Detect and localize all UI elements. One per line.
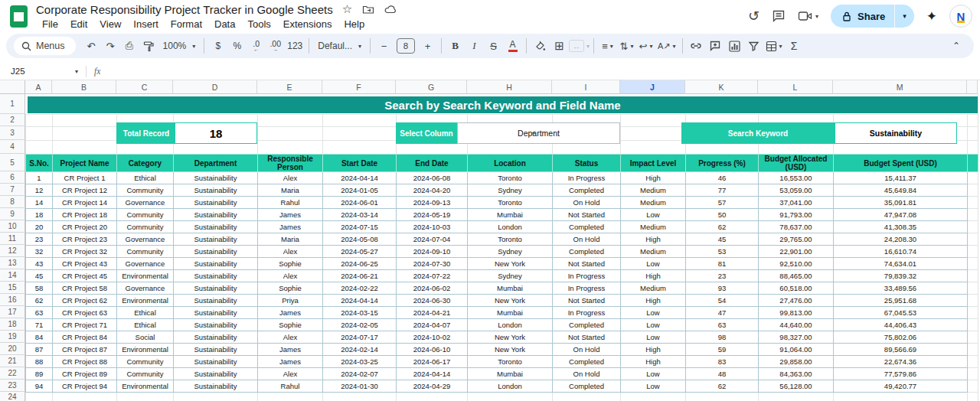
table-cell[interactable]: 92,510.00 xyxy=(759,258,834,270)
col-budget-allocated-usd[interactable]: Budget Allocated (USD) xyxy=(759,155,834,172)
table-cell[interactable]: Mumbai xyxy=(468,368,553,380)
meet-video-button[interactable]: ▾ xyxy=(798,10,818,22)
row-header-16[interactable]: 16 xyxy=(0,294,25,306)
insert-comment-button[interactable] xyxy=(706,37,725,55)
menu-help[interactable]: Help xyxy=(338,18,371,31)
insert-link-button[interactable] xyxy=(687,37,706,55)
table-cell[interactable]: 2024-10-03 xyxy=(397,221,468,233)
table-cell[interactable]: High xyxy=(621,172,686,184)
table-cell[interactable]: CR Project 89 xyxy=(53,368,117,380)
table-cell[interactable]: 2024-03-15 xyxy=(323,307,397,319)
table-cell[interactable]: 88,465.00 xyxy=(759,270,834,282)
table-cell[interactable]: 2024-04-20 xyxy=(397,184,468,197)
table-cell[interactable]: 57 xyxy=(686,197,759,209)
search-keyword-label[interactable]: Search Keyword xyxy=(681,122,835,144)
table-cell[interactable]: 16,610.74 xyxy=(834,246,968,258)
row-header-13[interactable]: 13 xyxy=(0,257,25,269)
table-cell[interactable]: Rahul xyxy=(258,197,323,209)
total-record-label[interactable]: Total Record xyxy=(117,123,175,143)
table-cell[interactable]: CR Project 18 xyxy=(53,209,117,221)
functions-button[interactable]: Σ xyxy=(785,37,804,55)
table-cell[interactable]: High xyxy=(621,356,686,368)
table-cell[interactable]: 2024-04-14 xyxy=(397,368,468,380)
table-cell[interactable]: New York xyxy=(468,295,553,307)
sheets-logo-icon[interactable] xyxy=(10,5,28,28)
text-wrap-button[interactable]: ↩▾ xyxy=(636,37,655,55)
table-cell[interactable]: 22,901.00 xyxy=(759,246,834,258)
table-cell-empty[interactable] xyxy=(968,197,978,209)
table-cell[interactable]: CR Project 43 xyxy=(53,258,117,270)
table-cell[interactable]: 84 xyxy=(26,331,53,344)
table-cell[interactable]: CR Project 87 xyxy=(53,344,117,356)
table-cell[interactable]: 77,579.86 xyxy=(834,368,968,380)
cloud-saved-icon[interactable] xyxy=(384,3,397,15)
table-cell[interactable]: 84,363.00 xyxy=(759,368,834,380)
table-cell[interactable]: 35,091.81 xyxy=(834,197,968,209)
table-cell[interactable]: 2024-05-27 xyxy=(323,246,397,258)
table-cell[interactable]: Alex xyxy=(258,331,323,344)
row-header-20[interactable]: 20 xyxy=(0,343,25,355)
print-button[interactable]: ⎙ xyxy=(120,37,139,55)
menu-data[interactable]: Data xyxy=(208,18,241,31)
col-s-no[interactable]: S.No. xyxy=(26,155,53,172)
table-cell[interactable]: On Hold xyxy=(553,197,621,209)
table-cell[interactable]: 91,064.00 xyxy=(759,344,834,356)
table-cell[interactable]: Sustainability xyxy=(174,380,258,393)
row-header-7[interactable]: 7 xyxy=(0,184,25,196)
table-cell-empty[interactable] xyxy=(968,282,978,295)
table-cell[interactable]: Completed xyxy=(553,221,621,233)
table-cell[interactable]: Rahul xyxy=(258,380,323,393)
table-cell[interactable]: Sustainability xyxy=(174,368,258,380)
italic-button[interactable]: I xyxy=(465,37,484,55)
table-cell[interactable]: CR Project 45 xyxy=(53,270,117,282)
table-cell[interactable]: Medium xyxy=(621,246,686,258)
table-cell[interactable]: 99,813.00 xyxy=(759,307,834,319)
table-cell[interactable]: Medium xyxy=(621,197,686,209)
table-cell[interactable]: Sustainability xyxy=(174,295,258,307)
table-cell[interactable]: 45 xyxy=(686,233,759,246)
table-cell[interactable]: 2024-02-22 xyxy=(323,282,397,295)
table-cell[interactable]: Completed xyxy=(553,246,621,258)
redo-button[interactable]: ↷ xyxy=(101,37,120,55)
table-cell[interactable]: Low xyxy=(621,209,686,221)
table-cell[interactable]: 56,128.00 xyxy=(759,380,834,393)
table-cell[interactable]: 44,406.43 xyxy=(834,319,968,331)
table-cell[interactable]: 2024-07-15 xyxy=(323,221,397,233)
banner-cell[interactable]: Search by Search Keyword and Field Name xyxy=(28,96,978,113)
table-cell[interactable]: 2024-04-29 xyxy=(397,380,468,393)
row-header-5[interactable]: 5 xyxy=(0,154,25,171)
table-cell[interactable]: 24,208.30 xyxy=(834,233,968,246)
table-cell[interactable]: CR Project 20 xyxy=(53,221,117,233)
table-cell[interactable]: 2024-09-10 xyxy=(397,246,468,258)
table-cell-empty[interactable] xyxy=(968,344,978,356)
table-cell[interactable]: 81 xyxy=(686,258,759,270)
row-header-8[interactable]: 8 xyxy=(0,196,25,208)
table-cell[interactable]: Environmental xyxy=(117,295,174,307)
table-cell[interactable]: Mumbai xyxy=(468,307,553,319)
table-cell[interactable]: 91,793.00 xyxy=(759,209,834,221)
table-cell[interactable]: James xyxy=(258,344,323,356)
col-impact-level[interactable]: Impact Level xyxy=(621,155,686,172)
table-cell[interactable]: High xyxy=(621,344,686,356)
table-cell[interactable]: New York xyxy=(468,258,553,270)
table-cell[interactable]: CR Project 63 xyxy=(53,307,117,319)
table-cell[interactable]: 71 xyxy=(26,319,53,331)
zoom-control[interactable]: 100%▾ xyxy=(158,41,201,51)
name-box[interactable]: J25▾ xyxy=(11,67,78,76)
table-cell[interactable]: 16,553.00 xyxy=(759,172,834,184)
table-cell[interactable]: Sustainability xyxy=(174,258,258,270)
col-responsible-person[interactable]: Responsible Person xyxy=(258,155,323,172)
table-cell[interactable]: Sydney xyxy=(468,184,553,197)
table-cell[interactable]: 53,059.00 xyxy=(759,184,834,197)
menu-extensions[interactable]: Extensions xyxy=(277,18,338,31)
table-cell[interactable]: 20 xyxy=(26,221,53,233)
table-cell[interactable]: 63 xyxy=(686,319,759,331)
table-cell[interactable]: Alex xyxy=(258,172,323,184)
table-cell[interactable]: 2024-02-14 xyxy=(323,344,397,356)
table-cell[interactable]: CR Project 12 xyxy=(53,184,117,197)
table-cell[interactable]: CR Project 23 xyxy=(53,233,117,246)
table-cell[interactable]: 53 xyxy=(686,246,759,258)
table-cell[interactable]: James xyxy=(258,356,323,368)
table-cell[interactable]: 2024-05-19 xyxy=(397,209,468,221)
table-cell[interactable]: Sophie xyxy=(258,282,323,295)
